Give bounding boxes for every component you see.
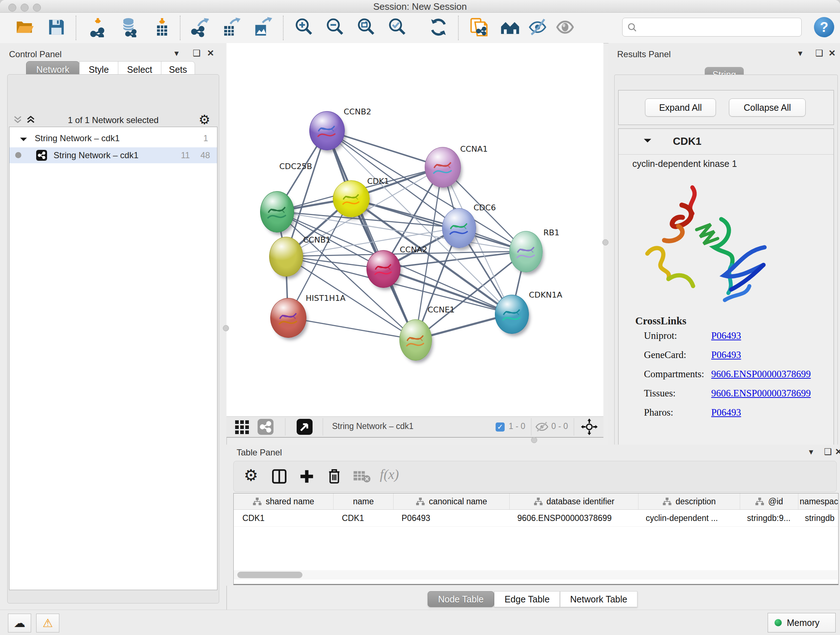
table-h-scrollbar[interactable]: [234, 570, 837, 580]
network-node-RB1[interactable]: [509, 231, 543, 272]
table-panel-title: Table Panel: [237, 448, 282, 458]
crosslink-link[interactable]: P06493: [711, 349, 741, 360]
table-panel: Table Panel ▾ ❑ ✕ ⚙ f(x) shared namename…: [226, 445, 840, 586]
zoom-in-button[interactable]: [294, 17, 314, 37]
zoom-selected-button[interactable]: [387, 17, 407, 37]
node-label-RB1: RB1: [543, 228, 559, 237]
table-cell[interactable]: CDK1: [234, 510, 333, 526]
hide-selected-button[interactable]: [527, 17, 548, 37]
import-network-button[interactable]: [88, 17, 109, 37]
first-neighbors-button[interactable]: [500, 17, 520, 37]
table-panel-float-button[interactable]: ❑: [824, 447, 832, 457]
results-panel-float-button[interactable]: ❑: [815, 48, 823, 58]
help-button[interactable]: ?: [814, 17, 834, 37]
results-panel: Results Panel ▾ ❑ ✕ String Expand All Co…: [608, 43, 840, 451]
crosslink-link[interactable]: 9606.ENSP00000378699: [711, 369, 811, 379]
warnings-button[interactable]: ⚠: [36, 614, 59, 632]
table-cell[interactable]: CDK1: [333, 510, 393, 526]
tab-edge-table[interactable]: Edge Table: [494, 591, 560, 607]
export-image-icon: [253, 17, 273, 37]
column-header-database-identifier[interactable]: database identifier: [510, 494, 638, 509]
scrollbar-thumb[interactable]: [237, 572, 302, 578]
collapse-all-button[interactable]: Collapse All: [729, 98, 806, 117]
zoom-out-button[interactable]: [325, 17, 345, 37]
network-share-badge[interactable]: [257, 419, 273, 435]
open-session-button[interactable]: [14, 17, 35, 37]
expand-all-button[interactable]: Expand All: [645, 98, 716, 117]
cdk1-expander-icon[interactable]: [643, 138, 652, 145]
cdk1-section-title: CDK1: [673, 135, 701, 147]
table-cell[interactable]: stringdb:9...: [738, 510, 796, 526]
table-row[interactable]: CDK1CDK1P064939606.ENSP00000378699cyclin…: [234, 510, 838, 527]
save-session-button[interactable]: [46, 17, 66, 37]
control-panel-menu-button[interactable]: ▾: [174, 48, 179, 58]
app-window: Session: New Session: [0, 0, 840, 635]
table-cell[interactable]: P06493: [393, 510, 508, 526]
control-panel-close-button[interactable]: ✕: [207, 48, 214, 58]
right-splitter-handle[interactable]: [602, 239, 608, 245]
import-network-icon: [88, 17, 109, 37]
crosslink-link[interactable]: 9606.ENSP00000378699: [711, 388, 811, 399]
network-node-CCNA1[interactable]: [425, 147, 461, 187]
crosslink-link[interactable]: P06493: [711, 407, 741, 418]
open-in-new-window-button[interactable]: [297, 419, 313, 435]
cloud-button[interactable]: ☁: [8, 614, 31, 632]
clone-network-button[interactable]: [469, 17, 489, 37]
network-node-CDC25B[interactable]: [260, 191, 294, 233]
column-label: namespace: [800, 497, 838, 507]
table-panel-close-button[interactable]: ✕: [835, 447, 840, 457]
network-collection-row[interactable]: String Network – cdk1 1: [9, 131, 217, 147]
network-view-title: String Network – cdk1: [332, 421, 414, 431]
export-table-button[interactable]: [221, 17, 242, 37]
pan-crosshair-button[interactable]: [581, 418, 598, 437]
column-header-namespace[interactable]: namespace: [798, 494, 838, 509]
left-splitter-handle[interactable]: [223, 325, 229, 331]
table-cell[interactable]: cyclin-dependent ...: [637, 510, 738, 526]
network-node-CDC6[interactable]: [442, 208, 476, 248]
network-row-selected[interactable]: String Network – cdk1 11 48: [9, 147, 217, 163]
network-node-CDKN1A[interactable]: [495, 295, 529, 334]
network-node-CCNB2[interactable]: [309, 111, 345, 150]
column-header-shared-name[interactable]: shared name: [234, 494, 333, 509]
zoom-fit-button[interactable]: [356, 17, 376, 37]
export-image-button[interactable]: [253, 17, 273, 37]
table-gear-icon[interactable]: ⚙: [244, 466, 258, 485]
network-node-CDK1[interactable]: [333, 180, 370, 217]
table-panel-menu-button[interactable]: ▾: [809, 447, 813, 457]
export-network-button[interactable]: [190, 17, 210, 37]
birds-eye-view-button[interactable]: [235, 420, 252, 435]
import-network-from-database-button[interactable]: [119, 17, 140, 37]
add-column-icon[interactable]: [300, 469, 314, 485]
column-header-name[interactable]: name: [333, 494, 393, 509]
results-panel-menu-button[interactable]: ▾: [798, 48, 802, 58]
delete-column-icon[interactable]: [327, 468, 341, 486]
copy-network-icon: [469, 17, 489, 37]
table-cell[interactable]: stringdb: [796, 510, 838, 526]
tab-network-table[interactable]: Network Table: [560, 591, 638, 607]
network-node-CCNB1[interactable]: [269, 237, 303, 277]
crosslink-link[interactable]: P06493: [711, 330, 741, 341]
houses-icon: [500, 17, 520, 37]
tab-node-table[interactable]: Node Table: [428, 591, 494, 607]
collection-expander-icon[interactable]: [19, 134, 27, 144]
show-all-button[interactable]: [555, 17, 575, 37]
network-options-gear-icon[interactable]: ⚙: [199, 112, 210, 127]
control-panel-float-button[interactable]: ❑: [193, 48, 201, 58]
column-header-description[interactable]: description: [638, 494, 740, 509]
show-columns-icon[interactable]: [271, 469, 287, 486]
network-node-CCNA2[interactable]: [366, 250, 401, 288]
column-header-canonical-name[interactable]: canonical name: [393, 494, 510, 509]
status-bar: ☁ ⚠ Memory: [0, 610, 840, 635]
network-node-HIST1H1A[interactable]: [270, 298, 306, 338]
results-panel-close-button[interactable]: ✕: [829, 48, 836, 58]
network-canvas[interactable]: CCNB2CCNA1CDC25BCDK1CDC6RB1CCNB1CCNA2CDK…: [228, 43, 603, 416]
horizontal-splitter-handle[interactable]: [531, 437, 537, 443]
network-node-CCNE1[interactable]: [399, 319, 432, 361]
refresh-view-button[interactable]: [428, 17, 448, 37]
column-header--id[interactable]: @id: [740, 494, 798, 509]
memory-button[interactable]: Memory: [767, 613, 836, 632]
search-input[interactable]: [622, 18, 802, 36]
selected-checkbox-icon[interactable]: ✓: [496, 423, 505, 432]
import-table-button[interactable]: [152, 17, 172, 37]
table-cell[interactable]: 9606.ENSP00000378699: [508, 510, 637, 526]
